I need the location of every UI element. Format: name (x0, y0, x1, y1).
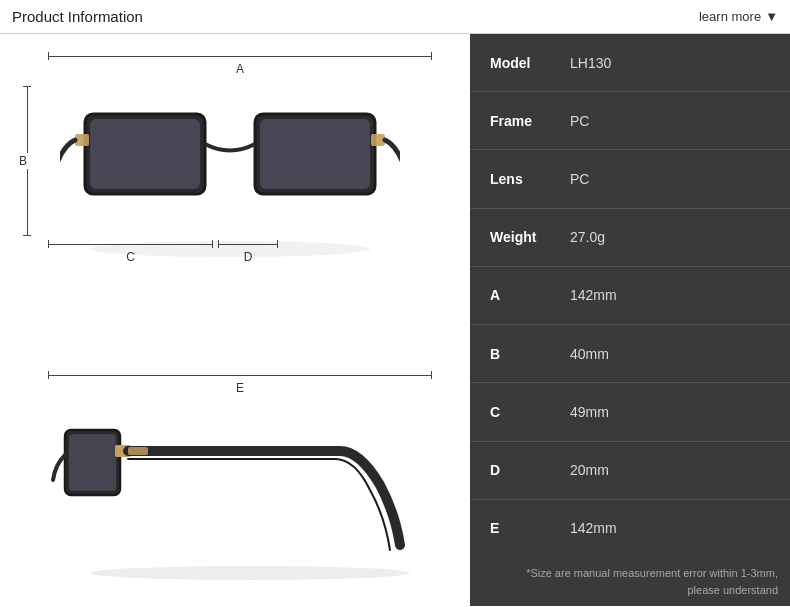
spec-key: Lens (490, 171, 570, 187)
spec-value: 49mm (570, 404, 609, 420)
learn-more-button[interactable]: learn more ▼ (699, 9, 778, 24)
spec-row: Weight 27.0g (470, 209, 790, 267)
footnote-line1: *Size are manual measurement error withi… (526, 567, 778, 579)
learn-more-label: learn more (699, 9, 761, 24)
glasses-front-svg (60, 79, 400, 259)
chevron-down-icon: ▼ (765, 9, 778, 24)
dim-a-label: A (236, 62, 244, 76)
spec-value: 27.0g (570, 229, 605, 245)
spec-key: Frame (490, 113, 570, 129)
spec-row: Frame PC (470, 92, 790, 150)
spec-key: D (490, 462, 570, 478)
spec-row: C 49mm (470, 383, 790, 441)
spec-value: 142mm (570, 520, 617, 536)
glasses-side-svg (50, 405, 410, 580)
spec-value: 142mm (570, 287, 617, 303)
main-content: A B (0, 34, 790, 606)
header: Product Information learn more ▼ (0, 0, 790, 34)
svg-point-11 (90, 566, 410, 580)
spec-row: E 142mm (470, 500, 790, 557)
dimension-d-annotation: D (218, 240, 278, 264)
spec-key: B (490, 346, 570, 362)
spec-key: E (490, 520, 570, 536)
spec-key: Weight (490, 229, 570, 245)
page-title: Product Information (12, 8, 143, 25)
spec-value: 40mm (570, 346, 609, 362)
dimension-a-annotation: A (48, 52, 432, 76)
svg-rect-3 (260, 119, 370, 189)
footnote: *Size are manual measurement error withi… (470, 557, 790, 606)
footnote-line2: please understand (687, 584, 778, 596)
dimension-b-annotation: B (20, 86, 34, 236)
dim-c-label: C (126, 250, 135, 264)
svg-rect-10 (128, 447, 148, 455)
dimension-c-annotation: C (48, 240, 213, 264)
spec-value: 20mm (570, 462, 609, 478)
dimension-e-annotation: E (48, 371, 432, 395)
svg-rect-1 (90, 119, 200, 189)
side-view-section: E (10, 366, 450, 596)
spec-row: D 20mm (470, 442, 790, 500)
svg-rect-8 (69, 434, 116, 491)
spec-row: Model LH130 (470, 34, 790, 92)
dim-b-label: B (18, 153, 28, 169)
spec-row: A 142mm (470, 267, 790, 325)
spec-key: Model (490, 55, 570, 71)
dim-e-label: E (236, 381, 244, 395)
right-panel: Model LH130 Frame PC Lens PC Weight 27.0… (470, 34, 790, 606)
spec-row: Lens PC (470, 150, 790, 208)
spec-table: Model LH130 Frame PC Lens PC Weight 27.0… (470, 34, 790, 557)
left-panel: A B (0, 34, 470, 606)
spec-value: PC (570, 171, 589, 187)
spec-value: LH130 (570, 55, 611, 71)
spec-row: B 40mm (470, 325, 790, 383)
spec-key: A (490, 287, 570, 303)
front-view-section: A B (10, 44, 450, 274)
spec-value: PC (570, 113, 589, 129)
spec-key: C (490, 404, 570, 420)
dim-d-label: D (244, 250, 253, 264)
